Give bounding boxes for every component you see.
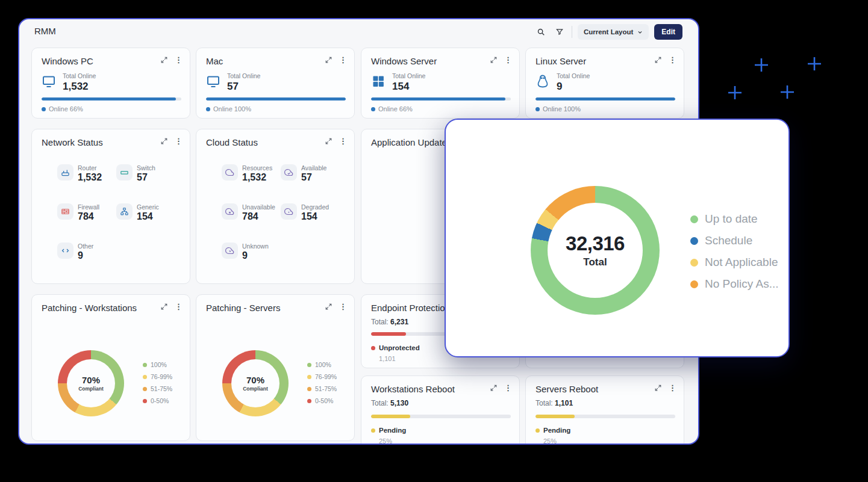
legend-dot [307,399,311,403]
status-dot [371,428,375,433]
header-controls: Current Layout Edit [534,24,682,40]
network-stat-other: Other9 [57,243,93,261]
legend-dot [307,375,311,379]
kebab-menu-icon[interactable]: ⋮ [339,56,347,64]
cloud-stat-resources: Resources1,532 [222,164,272,183]
status-sub-value: 25% [379,437,392,445]
status-dot [206,107,210,111]
layout-selector-dropdown[interactable]: Current Layout [578,24,649,40]
mac-card: Mac ⋮ Total Online 57 Online 100% [196,48,355,119]
expand-icon[interactable] [160,303,168,311]
filter-icon[interactable] [553,25,566,39]
card-title: Workstations Reboot [371,384,455,394]
card-title: Patching - Workstations [42,303,137,313]
layout-selector-label: Current Layout [584,28,633,36]
patching-servers-donut-chart[interactable]: 70% Compliant [222,350,289,416]
card-title: Patching - Servers [206,303,280,313]
expand-icon[interactable] [490,56,498,64]
edit-button[interactable]: Edit [654,24,682,40]
cloud-available-icon [281,164,297,181]
cloud-stat-degraded: Degraded154 [281,203,329,222]
status-dot [535,107,540,111]
donut-legend: 100% 76-99% 51-75% 0-50% [307,361,337,404]
status-dot [42,107,46,111]
expand-icon[interactable] [325,137,333,145]
status-label: Unprotected [379,344,420,351]
kebab-menu-icon[interactable]: ⋮ [339,137,347,145]
windows-server-card: Windows Server ⋮ Total Online 154 Online… [361,48,520,119]
network-stat-router: Router1,532 [57,164,102,183]
kebab-menu-icon[interactable]: ⋮ [175,303,183,311]
card-title: Cloud Status [206,137,258,147]
online-status: Online 66% [371,105,413,113]
search-icon[interactable] [534,25,548,39]
expand-icon[interactable] [490,384,498,392]
stat-value: 57 [227,81,260,93]
card-title: Windows PC [42,56,93,66]
donut-center-value: 70% [82,375,100,385]
card-title: Windows Server [371,56,437,66]
online-status: Online 66% [42,105,83,113]
stat-value: 1,532 [63,81,96,93]
status-dot [371,346,375,350]
legend-item: Up to date [690,212,779,226]
status-label: Pending [379,427,406,434]
card-title: Network Status [42,137,103,147]
legend-dot [143,363,147,367]
kebab-menu-icon[interactable]: ⋮ [504,56,512,64]
legend-item: 0-50% [307,397,337,404]
windows-pc-card: Windows PC ⋮ Total Online 1,532 Online 6… [31,48,190,119]
expand-icon[interactable] [654,56,662,64]
kebab-menu-icon[interactable]: ⋮ [504,384,512,392]
expand-icon[interactable] [160,56,168,64]
network-status-card: Network Status ⋮ Router1,532 Switch57 Fi… [31,129,190,284]
cloud-status-card: Cloud Status ⋮ Resources1,532 Available5… [196,129,355,284]
card-title: Application Updates [371,137,451,147]
legend-item: 51-75% [307,385,337,392]
status-sub-value: 25% [543,437,557,445]
legend-item: 76-99% [307,373,337,380]
legend-item: No Policy As... [690,277,779,291]
patching-servers-card: Patching - Servers ⋮ 70% Compliant 100% … [196,294,355,441]
legend-dot [690,215,698,223]
plus-decoration [753,57,770,73]
kebab-menu-icon[interactable]: ⋮ [669,384,676,392]
total-row: Total: 1,101 [535,399,573,407]
legend-dot [690,237,698,245]
expand-icon[interactable] [325,303,333,311]
status-label: Online 100% [543,105,581,113]
legend-dot [690,259,698,267]
patching-workstations-donut-chart[interactable]: 70% Compliant [58,350,124,416]
patch-status-donut-chart[interactable]: 32,316 Total [531,186,660,315]
patch-status-overlay-card: 32,316 Total Up to date Schedule Not App… [445,119,790,357]
legend-item: Schedule [690,234,779,247]
donut-center-label: Compliant [243,386,268,392]
status-label: Online 66% [49,105,83,113]
stat-value: 9 [557,81,590,93]
status-sub-value: 1,101 [379,355,396,362]
status-label: Online 66% [378,105,413,113]
generic-device-icon [116,203,133,220]
status-dot [535,428,540,433]
legend-dot [690,280,698,288]
kebab-menu-icon[interactable]: ⋮ [339,303,347,311]
legend-dot [143,375,147,379]
bar-status: Pending [371,427,406,434]
expand-icon[interactable] [654,384,662,392]
kebab-menu-icon[interactable]: ⋮ [669,56,676,64]
stat-value: 154 [392,81,425,93]
legend-item: 0-50% [143,397,172,404]
total-row: Total: 6,231 [371,318,408,326]
donut-center-label: Total [583,256,607,268]
bar-status: Unprotected [371,344,420,351]
other-device-icon [57,243,73,259]
expand-icon[interactable] [325,56,333,64]
online-status: Online 100% [206,105,251,113]
legend-item: 100% [307,361,337,368]
expand-icon[interactable] [160,137,168,145]
router-icon [57,164,73,181]
online-progress-bar [371,97,511,100]
kebab-menu-icon[interactable]: ⋮ [175,137,183,145]
kebab-menu-icon[interactable]: ⋮ [175,56,183,64]
stat-label: Total Online [63,72,96,79]
